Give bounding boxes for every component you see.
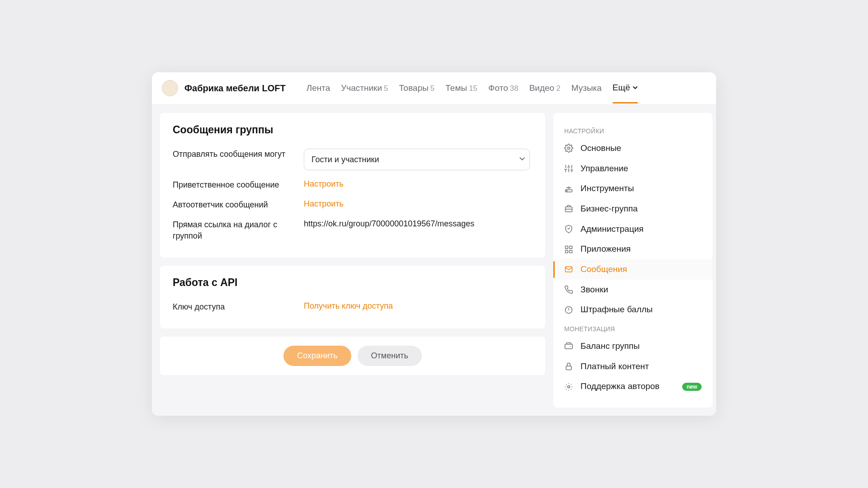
get-access-key-link[interactable]: Получить ключ доступа [304, 301, 393, 310]
sidebar-item-label: Звонки [580, 284, 702, 296]
cancel-button[interactable]: Отменить [358, 346, 422, 366]
svg-point-0 [568, 147, 570, 150]
grid-icon [564, 245, 573, 254]
svg-rect-6 [570, 246, 572, 249]
svg-rect-11 [566, 366, 571, 370]
tab-label: Товары [399, 83, 429, 93]
sidebar-item-paid-content[interactable]: Платный контент [553, 357, 712, 377]
tab-more[interactable]: Ещё [613, 83, 638, 94]
nav-tabs: Лента Участники 5 Товары 5 Темы 15 Фото … [307, 83, 706, 94]
sidebar-heading-monetization: МОНЕТИЗАЦИЯ [553, 320, 712, 336]
tab-goods[interactable]: Товары 5 [399, 83, 435, 93]
svg-rect-5 [566, 246, 568, 249]
row-direct-link: Прямая ссылка на диалог с группой https:… [173, 215, 533, 246]
lock-icon [564, 362, 573, 371]
tab-video[interactable]: Видео 2 [529, 83, 561, 93]
sidebar-item-tools[interactable]: Инструменты [553, 178, 712, 199]
topbar: Фабрика мебели LOFT Лента Участники 5 То… [152, 72, 716, 105]
svg-point-3 [568, 187, 569, 188]
tab-count: 5 [384, 84, 388, 93]
direct-link-value: https://ok.ru/group/70000001019567/messa… [304, 219, 533, 229]
tab-label: Участники [341, 83, 382, 93]
tab-count: 2 [556, 84, 560, 93]
field-label: Отправлять сообщения могут [173, 149, 304, 160]
row-who-can-send: Отправлять сообщения могут Гости и участ… [173, 144, 533, 175]
field-label: Приветственное сообщение [173, 179, 304, 190]
tab-label: Лента [307, 83, 330, 93]
sidebar-item-label: Основные [580, 143, 702, 154]
field-label: Автоответчик сообщений [173, 199, 304, 210]
field-value: Гости и участники [304, 149, 533, 170]
settings-sidebar: НАСТРОЙКИ Основные Управление Инструмент… [553, 113, 712, 408]
main-column: Сообщения группы Отправлять сообщения мо… [160, 113, 545, 408]
wallet-icon [564, 342, 573, 351]
row-welcome-message: Приветственное сообщение Настроить [173, 175, 533, 195]
tab-music[interactable]: Музыка [571, 83, 602, 93]
sidebar-item-author-support[interactable]: Поддержка авторов new [553, 376, 712, 397]
sidebar-item-label: Платный контент [580, 361, 702, 372]
svg-point-12 [568, 385, 570, 388]
sidebar-item-label: Баланс группы [580, 341, 702, 352]
sidebar-item-messages[interactable]: Сообщения [553, 259, 712, 280]
sliders-icon [564, 164, 573, 173]
configure-welcome-link[interactable]: Настроить [304, 179, 344, 188]
sidebar-item-label: Поддержка авторов [580, 381, 675, 392]
sidebar-item-label: Управление [580, 163, 702, 174]
phone-icon [564, 285, 573, 294]
gear-icon [564, 382, 573, 391]
field-label: Прямая ссылка на диалог с группой [173, 219, 304, 241]
sidebar-item-label: Бизнес-группа [580, 203, 702, 215]
tab-label: Темы [445, 83, 467, 93]
briefcase-icon [564, 204, 573, 213]
row-access-key: Ключ доступа Получить ключ доступа [173, 297, 533, 317]
sidebar-item-apps[interactable]: Приложения [553, 239, 712, 259]
sidebar-item-label: Приложения [580, 244, 702, 255]
sidebar-item-penalty[interactable]: Штрафные баллы [553, 300, 712, 320]
row-autoresponder: Автоответчик сообщений Настроить [173, 195, 533, 215]
tab-topics[interactable]: Темы 15 [445, 83, 477, 93]
save-button[interactable]: Сохранить [283, 346, 351, 366]
content-body: Сообщения группы Отправлять сообщения мо… [152, 105, 716, 416]
who-can-send-select[interactable]: Гости и участники [304, 149, 530, 170]
mail-icon [564, 265, 573, 274]
tab-count: 15 [469, 84, 477, 93]
tab-members[interactable]: Участники 5 [341, 83, 388, 93]
gear-icon [564, 144, 573, 153]
sidebar-item-balance[interactable]: Баланс группы [553, 336, 712, 357]
sidebar-heading-settings: НАСТРОЙКИ [553, 122, 712, 138]
field-label: Ключ доступа [173, 301, 304, 312]
tab-feed[interactable]: Лента [307, 83, 330, 93]
sidebar-item-label: Сообщения [580, 264, 702, 275]
new-badge: new [682, 383, 702, 391]
card-title: Сообщения группы [173, 124, 533, 136]
sidebar-item-administration[interactable]: Администрация [553, 219, 712, 239]
sidebar-item-label: Штрафные баллы [580, 304, 702, 315]
actions-bar: Сохранить Отменить [160, 337, 545, 375]
sidebar-item-general[interactable]: Основные [553, 138, 712, 159]
svg-point-2 [566, 190, 567, 191]
tab-count: 38 [510, 84, 519, 93]
tab-count: 5 [430, 84, 434, 93]
svg-rect-8 [570, 250, 572, 253]
sidebar-item-calls[interactable]: Звонки [553, 280, 712, 300]
group-avatar[interactable] [162, 80, 178, 96]
tab-more-label: Ещё [613, 83, 630, 93]
tab-label: Фото [488, 83, 508, 93]
card-title: Работа с API [173, 277, 533, 289]
messages-settings-card: Сообщения группы Отправлять сообщения мо… [160, 113, 545, 258]
shield-icon [564, 225, 573, 234]
chevron-down-icon [632, 85, 638, 90]
configure-autoresponder-link[interactable]: Настроить [304, 199, 344, 208]
group-title[interactable]: Фабрика мебели LOFT [184, 83, 286, 94]
sidebar-item-business[interactable]: Бизнес-группа [553, 199, 712, 219]
tab-photos[interactable]: Фото 38 [488, 83, 519, 93]
sidebar-item-label: Инструменты [580, 183, 702, 194]
sidebar-item-management[interactable]: Управление [553, 159, 712, 179]
svg-rect-7 [566, 250, 568, 253]
api-card: Работа с API Ключ доступа Получить ключ … [160, 266, 545, 328]
tools-icon [564, 184, 573, 193]
tab-label: Музыка [571, 83, 602, 93]
tab-label: Видео [529, 83, 555, 93]
app-window: Фабрика мебели LOFT Лента Участники 5 То… [152, 72, 716, 416]
sidebar-item-label: Администрация [580, 224, 702, 235]
